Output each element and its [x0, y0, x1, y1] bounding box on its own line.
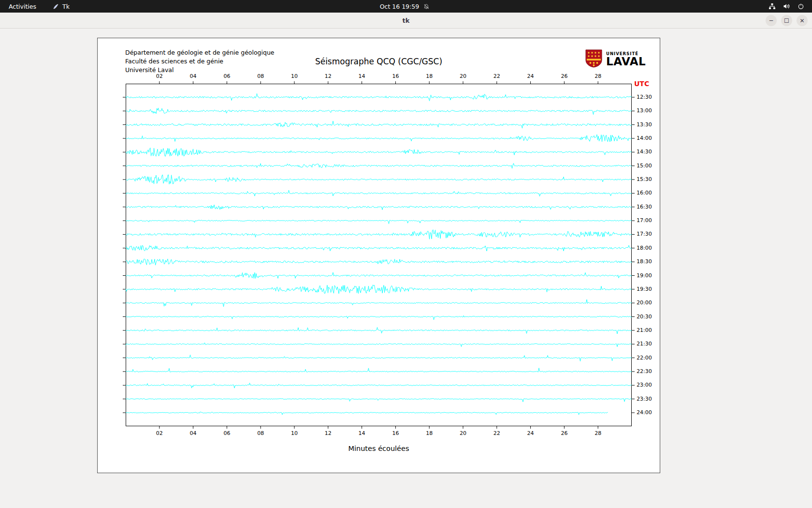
- time-label: 23:00: [637, 382, 652, 388]
- x-tick-label-top: 02: [156, 73, 163, 79]
- time-label: 16:30: [637, 204, 652, 210]
- x-tick-label-bottom: 26: [561, 430, 567, 436]
- seismogram-trace: [126, 316, 632, 320]
- time-label: 21:00: [637, 327, 652, 333]
- x-tick-label-top: 22: [493, 73, 500, 79]
- time-label: 16:00: [637, 190, 652, 196]
- x-tick-label-top: 14: [359, 73, 365, 79]
- time-label: 18:00: [637, 245, 652, 251]
- x-tick-label-top: 18: [426, 73, 433, 79]
- app-menu-label: Tk: [62, 3, 70, 10]
- time-label: 18:30: [637, 258, 652, 265]
- x-tick-label-top: 10: [291, 73, 298, 79]
- x-tick-label-top: 20: [460, 73, 466, 79]
- seismogram-trace: [126, 175, 632, 184]
- x-tick-label-bottom: 14: [359, 430, 365, 436]
- bell-muted-icon: [423, 3, 429, 10]
- time-label: 19:00: [637, 272, 652, 279]
- time-label: 23:30: [637, 396, 652, 402]
- seismogram-trace: [126, 299, 632, 307]
- seismogram-trace: [126, 272, 632, 278]
- time-label: 13:30: [637, 121, 652, 128]
- seismogram-trace: [126, 205, 632, 209]
- seismogram-trace: [126, 220, 632, 224]
- plot-frame: [126, 84, 632, 426]
- app-menu-tk[interactable]: Tk: [51, 0, 72, 13]
- time-label: 14:30: [637, 149, 652, 155]
- window-title-bar: tk ─ ☐ ✕: [0, 13, 812, 29]
- seismogram-trace: [126, 148, 632, 156]
- plot-title: Séismographe QCQ (CGC/GSC): [126, 57, 632, 66]
- header-line-3: Université Laval: [125, 66, 275, 75]
- x-tick-label-bottom: 08: [257, 430, 264, 436]
- x-tick-label-bottom: 22: [493, 430, 500, 436]
- seismogram-trace: [126, 245, 632, 251]
- time-label: 22:30: [637, 368, 652, 374]
- power-icon: [798, 3, 804, 10]
- volume-icon: [783, 3, 790, 10]
- seismogram-trace: [126, 343, 632, 347]
- time-label: 17:00: [637, 217, 652, 224]
- x-tick-label-top: 26: [561, 73, 567, 79]
- x-tick-label-bottom: 12: [325, 430, 332, 436]
- x-tick-label-top: 24: [527, 73, 534, 79]
- seismogram-trace: [126, 164, 632, 169]
- seismogram-plot: [126, 84, 632, 426]
- time-label: 21:30: [637, 341, 652, 347]
- close-button[interactable]: ✕: [797, 15, 808, 26]
- x-tick-label-top: 16: [392, 73, 399, 79]
- system-status-area[interactable]: [768, 3, 812, 10]
- seismogram-trace: [126, 368, 632, 372]
- tk-canvas-window: Département de géologie et de génie géol…: [97, 38, 660, 473]
- x-tick-label-bottom: 18: [426, 430, 433, 436]
- seismogram-trace: [126, 108, 632, 115]
- time-label: 24:00: [637, 409, 652, 416]
- seismogram-trace: [126, 93, 632, 101]
- time-label: 15:00: [637, 163, 652, 169]
- x-tick-label-bottom: 02: [156, 430, 163, 436]
- seismogram-trace: [126, 134, 632, 142]
- x-tick-label-top: 04: [190, 73, 197, 79]
- time-label: 14:00: [637, 135, 652, 141]
- network-icon: [768, 3, 776, 10]
- laval-logo: UNIVERSITÉ LAVAL: [585, 49, 646, 70]
- window-title: tk: [403, 17, 410, 24]
- utc-label: UTC: [634, 80, 649, 88]
- maximize-button[interactable]: ☐: [781, 15, 792, 26]
- x-tick-label-bottom: 04: [190, 430, 197, 436]
- x-tick-label-bottom: 16: [392, 430, 399, 436]
- activities-button[interactable]: Activities: [7, 0, 38, 13]
- seismogram-trace: [126, 355, 632, 361]
- seismogram-trace: [126, 383, 632, 388]
- activities-label: Activities: [9, 3, 36, 10]
- seismogram-trace: [126, 412, 608, 415]
- x-axis-caption: Minutes écoulées: [126, 445, 632, 452]
- time-label: 20:00: [637, 299, 652, 306]
- laval-shield-icon: [585, 49, 603, 70]
- minimize-button[interactable]: ─: [766, 15, 777, 26]
- seismogram-trace: [126, 121, 632, 128]
- clock-menu[interactable]: Oct 16 19:59: [380, 0, 430, 13]
- clock-label: Oct 16 19:59: [380, 3, 420, 10]
- time-label: 22:00: [637, 355, 652, 361]
- seismogram-trace: [126, 328, 632, 334]
- header-line-1: Département de géologie et de génie géol…: [125, 48, 275, 57]
- seismogram-trace: [126, 190, 632, 196]
- x-tick-label-top: 06: [223, 73, 230, 79]
- x-tick-label-top: 28: [594, 73, 601, 79]
- logo-text-large: LAVAL: [606, 56, 646, 67]
- time-label: 19:30: [637, 286, 652, 292]
- x-tick-label-top: 12: [325, 73, 332, 79]
- seismogram-trace: [126, 285, 632, 294]
- seismogram-trace: [126, 230, 632, 239]
- time-label: 13:00: [637, 107, 652, 114]
- seismogram-trace: [126, 399, 632, 402]
- x-tick-label-bottom: 10: [291, 430, 298, 436]
- time-label: 12:30: [637, 94, 652, 100]
- x-tick-label-bottom: 06: [223, 430, 230, 436]
- gnome-top-bar: Activities Tk Oct 16 19:59: [0, 0, 812, 13]
- time-label: 20:30: [637, 314, 652, 320]
- tk-icon: [53, 3, 59, 10]
- time-label: 15:30: [637, 176, 652, 182]
- x-tick-label-bottom: 20: [460, 430, 466, 436]
